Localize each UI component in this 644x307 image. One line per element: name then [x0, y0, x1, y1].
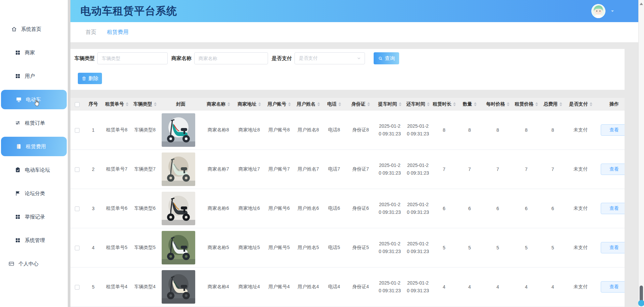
- cell-paid_status: 未支付: [566, 150, 596, 189]
- view-button[interactable]: 查看: [601, 281, 625, 293]
- cell-id_card: 身份证8: [345, 111, 376, 150]
- scrollbar-up-arrow[interactable]: [640, 3, 643, 5]
- cell-hourly_price: 6: [483, 189, 513, 228]
- cell-merchant_name: 商家名称6: [203, 189, 234, 228]
- view-button[interactable]: 查看: [601, 242, 625, 253]
- cell-merchant_name: 商家名称5: [203, 228, 234, 267]
- vehicle-cover-image[interactable]: [162, 192, 195, 225]
- cell-order_no: 租赁单号7: [103, 150, 131, 189]
- sidebar-item-rental-fee[interactable]: 租赁费用: [1, 137, 67, 156]
- vehicle-type-input[interactable]: [97, 52, 168, 64]
- monitor-icon: [16, 97, 22, 103]
- scrollbar[interactable]: [638, 0, 644, 307]
- vehicle-type-label: 车辆类型: [74, 55, 95, 62]
- column-order_no[interactable]: 租赁单号: [103, 98, 131, 111]
- sidebar-item-ebike-forum[interactable]: 电动车论坛: [0, 158, 68, 182]
- row-checkbox[interactable]: [75, 285, 79, 290]
- sidebar-item-label: 论坛分类: [25, 190, 45, 197]
- sort-caret-icon: [427, 102, 430, 106]
- sidebar-item-profile[interactable]: 个人中心: [0, 252, 68, 275]
- view-button[interactable]: 查看: [601, 203, 625, 214]
- column-merchant_addr[interactable]: 商家地址: [234, 98, 264, 111]
- sidebar-item-label: 电动车: [26, 97, 41, 103]
- delete-button[interactable]: 删除: [78, 73, 102, 84]
- sidebar-item-home[interactable]: 系统首页: [0, 17, 68, 41]
- cell-quantity: 7: [456, 150, 483, 189]
- column-user_name[interactable]: 用户姓名: [294, 98, 323, 111]
- cell-order_no: 租赁单号6: [103, 189, 131, 228]
- cell-id_card: 身份证7: [345, 150, 376, 189]
- column-hourly_price[interactable]: 每时价格: [483, 98, 513, 111]
- sidebar-item-user[interactable]: 用户: [0, 64, 68, 88]
- tab-home[interactable]: 首页: [86, 29, 96, 36]
- cell-rent_price: 7: [513, 150, 540, 189]
- sidebar-item-label: 用户: [25, 73, 35, 79]
- view-button[interactable]: 查看: [601, 124, 625, 136]
- sidebar-item-forum-category[interactable]: 论坛分类: [0, 182, 68, 205]
- chevron-down-icon[interactable]: [610, 9, 615, 13]
- column-paid_status[interactable]: 是否支付: [566, 98, 596, 111]
- row-checkbox[interactable]: [75, 167, 79, 172]
- tab-rental-fee[interactable]: 租赁费用: [107, 29, 128, 36]
- column-pickup_time[interactable]: 提车时间: [376, 98, 404, 111]
- avatar[interactable]: [591, 4, 605, 18]
- cell-id_card: 身份证5: [345, 228, 376, 267]
- cell-user_account: 用户账号4: [264, 267, 294, 307]
- column-return_time[interactable]: 还车时间: [404, 98, 432, 111]
- sidebar-item-merchant[interactable]: 商家: [0, 41, 68, 64]
- sort-caret-icon: [507, 102, 509, 106]
- cell-rent_price: 8: [513, 111, 540, 150]
- column-action: 操作: [596, 98, 625, 111]
- cell-cover: [159, 111, 203, 150]
- view-button[interactable]: 查看: [601, 164, 625, 175]
- cell-paid_status: 未支付: [566, 111, 596, 150]
- column-label: 身份证: [352, 101, 366, 107]
- column-duration[interactable]: 租赁时长: [432, 98, 456, 111]
- clipboard-check-icon: [15, 167, 21, 173]
- sidebar-item-system-manage[interactable]: 系统管理: [0, 229, 68, 252]
- column-id_card[interactable]: 身份证: [345, 98, 376, 111]
- cell-checkbox: [70, 228, 84, 267]
- cell-order_no: 租赁单号4: [103, 267, 131, 307]
- vehicle-cover-image[interactable]: [162, 113, 195, 147]
- cell-order_no: 租赁单号5: [103, 228, 131, 267]
- column-merchant_name[interactable]: 商家名称: [203, 98, 234, 111]
- column-total_fee[interactable]: 总费用: [540, 98, 566, 111]
- search-button[interactable]: 查询: [374, 52, 399, 64]
- column-quantity[interactable]: 数量: [456, 98, 483, 111]
- sidebar-item-rental-order[interactable]: 租赁订单: [0, 111, 68, 135]
- cell-user_account: 用户账号5: [264, 228, 294, 267]
- column-rent_price[interactable]: 租赁价格: [513, 98, 540, 111]
- breadcrumb: 首页租赁费用: [70, 22, 638, 42]
- vehicle-photo: [162, 152, 195, 186]
- cell-user_name: 用户姓名7: [294, 150, 323, 189]
- sort-caret-icon: [288, 102, 291, 106]
- sidebar-item-report-record[interactable]: 举报记录: [0, 205, 68, 229]
- sort-caret-icon: [367, 102, 370, 106]
- row-checkbox[interactable]: [75, 246, 79, 250]
- grid-icon: [15, 214, 21, 220]
- select-all-checkbox[interactable]: [75, 102, 79, 107]
- row-checkbox[interactable]: [75, 206, 79, 211]
- filter-panel: 车辆类型 商家名称 是否支付 是否支付: [70, 49, 625, 90]
- cell-cover: [159, 189, 203, 228]
- is-paid-select[interactable]: 是否支付: [294, 52, 365, 64]
- sidebar-item-ebike[interactable]: 电动车: [1, 90, 67, 109]
- vehicle-cover-image[interactable]: [162, 152, 195, 186]
- table-row: 5租赁单号4车辆类型4商家名称4商家地址4用户账号4用户姓名4电话4身份证420…: [70, 267, 625, 307]
- row-checkbox[interactable]: [75, 128, 79, 133]
- column-phone[interactable]: 电话: [323, 98, 345, 111]
- column-user_account[interactable]: 用户账号: [264, 98, 294, 111]
- user-area: [591, 4, 615, 18]
- column-label: 电话: [327, 101, 337, 107]
- vehicle-cover-image[interactable]: [162, 231, 195, 264]
- column-vehicle_type[interactable]: 车辆类型: [131, 98, 159, 111]
- cell-quantity: 5: [456, 228, 483, 267]
- is-paid-select-placeholder: 是否支付: [299, 55, 318, 61]
- cell-total_fee: 7: [540, 150, 566, 189]
- sidebar-item-label: 租赁订单: [25, 120, 45, 126]
- vehicle-cover-image[interactable]: [162, 270, 195, 304]
- scrollbar-thumb[interactable]: [640, 286, 643, 302]
- merchant-name-input[interactable]: [194, 52, 268, 64]
- cell-total_fee: 6: [540, 189, 566, 228]
